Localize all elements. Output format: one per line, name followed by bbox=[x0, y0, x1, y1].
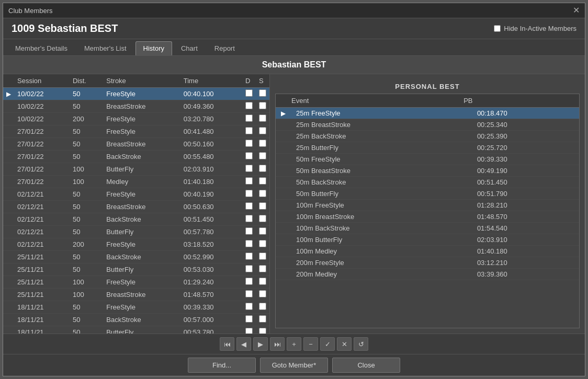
pb-row[interactable]: 100m BreastStroke 01:48.570 bbox=[276, 211, 579, 223]
tab-report[interactable]: Report bbox=[207, 41, 243, 55]
row-d[interactable] bbox=[242, 188, 256, 201]
history-row[interactable]: 02/12/21 50 BreastStroke 00:50.630 bbox=[3, 201, 269, 213]
row-s[interactable] bbox=[256, 301, 269, 314]
goto-button[interactable]: Goto Member* bbox=[260, 358, 328, 373]
row-d[interactable] bbox=[242, 226, 256, 238]
row-s[interactable] bbox=[256, 326, 269, 334]
history-row[interactable]: 25/11/21 50 ButterFly 00:53.030 bbox=[3, 263, 269, 276]
pb-row[interactable]: 25m BreastStroke 00:25.340 bbox=[276, 119, 579, 131]
pb-row[interactable]: 200m Medley 03:39.360 bbox=[276, 269, 579, 280]
history-row[interactable]: 10/02/22 50 BreastStroke 00:49.360 bbox=[3, 100, 269, 113]
row-s[interactable] bbox=[256, 238, 269, 251]
row-s[interactable] bbox=[256, 226, 269, 238]
first-button[interactable]: ⏮ bbox=[220, 337, 234, 351]
row-d[interactable] bbox=[242, 301, 256, 314]
pb-row-arrow bbox=[276, 131, 291, 142]
pb-row[interactable]: 200m FreeStyle 03:12.210 bbox=[276, 257, 579, 269]
history-row[interactable]: 02/12/21 50 ButterFly 00:57.780 bbox=[3, 226, 269, 238]
history-row[interactable]: 25/11/21 50 BackStroke 00:52.990 bbox=[3, 251, 269, 263]
history-tbody: ▶ 10/02/22 50 FreeStyle 00:40.100 10/02/… bbox=[3, 88, 269, 334]
row-s[interactable] bbox=[256, 314, 269, 326]
history-row[interactable]: 18/11/21 50 FreeStyle 00:39.330 bbox=[3, 301, 269, 314]
row-d[interactable] bbox=[242, 100, 256, 113]
history-row[interactable]: 10/02/22 200 FreeStyle 03:20.780 bbox=[3, 113, 269, 125]
history-row[interactable]: 25/11/21 100 BreastStroke 01:48.570 bbox=[3, 289, 269, 301]
row-d[interactable] bbox=[242, 238, 256, 251]
history-row[interactable]: 27/01/22 50 BackStroke 00:55.480 bbox=[3, 151, 269, 163]
row-stroke: BackStroke bbox=[103, 314, 180, 326]
history-row[interactable]: 02/12/21 50 FreeStyle 00:40.190 bbox=[3, 188, 269, 201]
row-d[interactable] bbox=[242, 289, 256, 301]
row-d[interactable] bbox=[242, 151, 256, 163]
pb-row[interactable]: 50m ButterFly 00:51.790 bbox=[276, 188, 579, 200]
row-d[interactable] bbox=[242, 326, 256, 334]
row-s[interactable] bbox=[256, 138, 269, 151]
cancel-nav-button[interactable]: ✕ bbox=[337, 337, 352, 351]
history-row[interactable]: 27/01/22 100 ButterFly 02:03.910 bbox=[3, 163, 269, 176]
refresh-button[interactable]: ↺ bbox=[354, 337, 368, 351]
hide-inactive-checkbox[interactable] bbox=[494, 25, 501, 32]
row-s[interactable] bbox=[256, 289, 269, 301]
add-button[interactable]: + bbox=[287, 337, 301, 351]
row-d[interactable] bbox=[242, 201, 256, 213]
tab-members-details[interactable]: Member's Details bbox=[7, 41, 75, 55]
close-button[interactable]: Close bbox=[332, 358, 400, 373]
pb-row[interactable]: 100m BackStroke 01:54.540 bbox=[276, 223, 579, 234]
pb-row-pb: 00:49.190 bbox=[472, 165, 579, 177]
pb-row[interactable]: 25m BackStroke 00:25.390 bbox=[276, 131, 579, 142]
pb-table-body[interactable]: ▶ 25m FreeStyle 00:18.470 25m BreastStro… bbox=[276, 108, 579, 328]
tab-members-list[interactable]: Member's List bbox=[76, 41, 134, 55]
history-row[interactable]: 18/11/21 50 BackStroke 00:57.000 bbox=[3, 314, 269, 326]
pb-row[interactable]: 100m FreeStyle 01:28.210 bbox=[276, 200, 579, 211]
row-d[interactable] bbox=[242, 125, 256, 138]
row-s[interactable] bbox=[256, 113, 269, 125]
history-row[interactable]: 27/01/22 100 Medley 01:40.180 bbox=[3, 176, 269, 188]
pb-row[interactable]: 50m BreastStroke 00:49.190 bbox=[276, 165, 579, 177]
close-button[interactable]: ✕ bbox=[573, 6, 580, 15]
history-row[interactable]: ▶ 10/02/22 50 FreeStyle 00:40.100 bbox=[3, 88, 269, 100]
pb-row[interactable]: 50m FreeStyle 00:39.330 bbox=[276, 154, 579, 165]
history-row[interactable]: 25/11/21 100 FreeStyle 01:29.240 bbox=[3, 276, 269, 289]
row-s[interactable] bbox=[256, 176, 269, 188]
pb-row[interactable]: ▶ 25m FreeStyle 00:18.470 bbox=[276, 108, 579, 119]
confirm-button[interactable]: ✓ bbox=[320, 337, 335, 351]
row-s[interactable] bbox=[256, 125, 269, 138]
history-row[interactable]: 27/01/22 50 BreastStroke 00:50.160 bbox=[3, 138, 269, 151]
row-d[interactable] bbox=[242, 88, 256, 100]
history-table-container[interactable]: Session Dist. Stroke Time D S ▶ 10/02/22… bbox=[3, 74, 269, 334]
row-d[interactable] bbox=[242, 138, 256, 151]
row-s[interactable] bbox=[256, 188, 269, 201]
history-row[interactable]: 02/12/21 200 FreeStyle 03:18.520 bbox=[3, 238, 269, 251]
history-row[interactable]: 27/01/22 50 FreeStyle 00:41.480 bbox=[3, 125, 269, 138]
row-d[interactable] bbox=[242, 113, 256, 125]
row-s[interactable] bbox=[256, 276, 269, 289]
row-s[interactable] bbox=[256, 251, 269, 263]
pb-row[interactable]: 50m BackStroke 00:51.450 bbox=[276, 177, 579, 188]
row-d[interactable] bbox=[242, 251, 256, 263]
row-s[interactable] bbox=[256, 151, 269, 163]
find-button[interactable]: Find... bbox=[188, 358, 256, 373]
history-row[interactable]: 02/12/21 50 BackStroke 00:51.450 bbox=[3, 213, 269, 226]
prev-button[interactable]: ◀ bbox=[236, 337, 251, 351]
play-button[interactable]: ▶ bbox=[253, 337, 268, 351]
row-d[interactable] bbox=[242, 213, 256, 226]
row-d[interactable] bbox=[242, 276, 256, 289]
next-button[interactable]: ⏭ bbox=[270, 337, 285, 351]
row-s[interactable] bbox=[256, 163, 269, 176]
row-d[interactable] bbox=[242, 263, 256, 276]
row-s[interactable] bbox=[256, 88, 269, 100]
row-s[interactable] bbox=[256, 100, 269, 113]
tab-history[interactable]: History bbox=[135, 41, 172, 55]
pb-row[interactable]: 25m ButterFly 00:25.720 bbox=[276, 142, 579, 154]
row-d[interactable] bbox=[242, 176, 256, 188]
history-row[interactable]: 18/11/21 50 ButterFly 00:53.780 bbox=[3, 326, 269, 334]
row-d[interactable] bbox=[242, 163, 256, 176]
pb-row[interactable]: 100m ButterFly 02:03.910 bbox=[276, 234, 579, 246]
pb-row[interactable]: 100m Medley 01:40.180 bbox=[276, 246, 579, 257]
row-s[interactable] bbox=[256, 263, 269, 276]
row-s[interactable] bbox=[256, 213, 269, 226]
tab-chart[interactable]: Chart bbox=[173, 41, 206, 55]
row-s[interactable] bbox=[256, 201, 269, 213]
remove-button[interactable]: − bbox=[303, 337, 318, 351]
row-d[interactable] bbox=[242, 314, 256, 326]
